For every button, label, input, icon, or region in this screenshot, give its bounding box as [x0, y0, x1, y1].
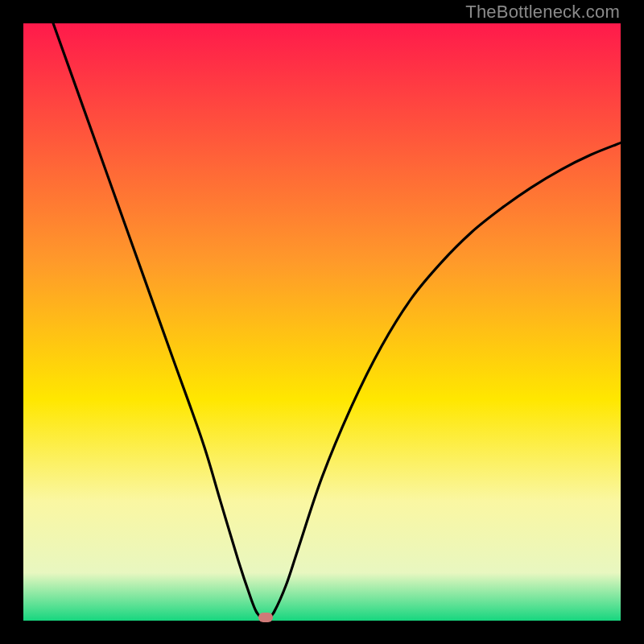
bottleneck-curve [23, 23, 621, 621]
plot-area [23, 23, 621, 621]
attribution-text: TheBottleneck.com [465, 2, 620, 23]
chart-frame: TheBottleneck.com [0, 0, 644, 644]
optimal-marker [258, 613, 273, 622]
